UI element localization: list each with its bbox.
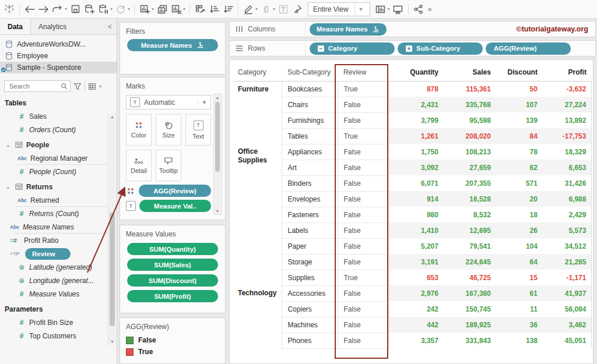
subcategory-cell[interactable]: Accessories bbox=[282, 285, 338, 301]
value-cell[interactable]: 914 bbox=[389, 191, 444, 207]
marks-button-size[interactable]: Size bbox=[156, 114, 181, 146]
field-group[interactable]: ⌄Returns bbox=[0, 180, 117, 193]
review-cell[interactable]: False bbox=[338, 317, 389, 333]
value-cell[interactable]: 31,426 bbox=[543, 175, 592, 191]
subcategory-cell[interactable]: Art bbox=[282, 160, 338, 175]
review-cell[interactable]: False bbox=[338, 222, 389, 238]
share-icon[interactable] bbox=[412, 2, 426, 17]
new-worksheet-icon[interactable] bbox=[138, 2, 152, 17]
value-cell[interactable]: 20 bbox=[496, 191, 543, 207]
field-sales[interactable]: #Sales bbox=[0, 109, 117, 123]
field-latitude-generated-[interactable]: ⊕Latitude (generated) bbox=[0, 260, 117, 274]
review-cell[interactable]: False bbox=[338, 191, 389, 207]
value-cell[interactable]: 45,051 bbox=[543, 333, 592, 348]
paperclip-caret[interactable]: ▾ bbox=[273, 6, 275, 12]
measure-values-pill[interactable]: SUM(Profit) bbox=[127, 290, 218, 302]
column-header[interactable]: Review bbox=[338, 63, 389, 81]
datasource-item[interactable]: AdventureWorksDW... bbox=[0, 38, 117, 50]
value-cell[interactable]: 15 bbox=[496, 270, 543, 285]
text-label-icon[interactable] bbox=[276, 2, 290, 17]
value-cell[interactable]: 50 bbox=[496, 81, 543, 97]
value-cell[interactable]: 46,725 bbox=[444, 270, 496, 285]
column-header[interactable]: Quantity bbox=[389, 63, 444, 81]
value-cell[interactable]: 21,285 bbox=[543, 254, 592, 270]
review-cell[interactable]: False bbox=[338, 333, 389, 348]
show-cards-caret[interactable]: ▾ bbox=[388, 6, 390, 12]
subcategory-cell[interactable]: Phones bbox=[282, 333, 338, 348]
value-cell[interactable]: 189,925 bbox=[444, 317, 496, 333]
review-cell[interactable]: False bbox=[338, 207, 389, 222]
value-cell[interactable]: 224,645 bbox=[444, 254, 496, 270]
value-cell[interactable]: 27,224 bbox=[543, 97, 592, 112]
value-cell[interactable]: 5,573 bbox=[543, 222, 592, 238]
value-cell[interactable]: 13,892 bbox=[543, 112, 592, 128]
value-cell[interactable]: 207,355 bbox=[444, 175, 496, 191]
collapse-pane-icon[interactable]: < bbox=[103, 19, 117, 34]
value-cell[interactable]: 18 bbox=[496, 207, 543, 222]
clear-sheet-caret[interactable]: ▾ bbox=[183, 6, 185, 12]
category-cell[interactable]: Office Supplies bbox=[233, 144, 282, 285]
review-cell[interactable]: False bbox=[338, 160, 389, 175]
value-cell[interactable]: 167,380 bbox=[444, 285, 496, 301]
field-profit-ratio[interactable]: =#Profit Ratio bbox=[0, 234, 117, 247]
marks-button-tooltip[interactable]: Tooltip bbox=[156, 150, 181, 181]
value-cell[interactable]: 26 bbox=[496, 222, 543, 238]
redo-icon[interactable] bbox=[51, 2, 65, 17]
marks-pill[interactable]: AGG(Review) bbox=[139, 185, 211, 197]
subcategory-cell[interactable]: Machines bbox=[282, 317, 338, 333]
value-cell[interactable]: 3,357 bbox=[389, 333, 444, 348]
review-cell[interactable]: False bbox=[338, 112, 389, 128]
field-group[interactable]: ⌄People bbox=[0, 138, 117, 151]
measure-values-pill[interactable]: SUM(Sales) bbox=[127, 259, 218, 271]
value-cell[interactable]: 3,191 bbox=[389, 254, 444, 270]
value-cell[interactable]: 107 bbox=[496, 97, 543, 112]
fit-selector[interactable]: Entire View▼ bbox=[308, 2, 370, 16]
field-regional-manager[interactable]: AbcRegional Manager bbox=[0, 151, 117, 165]
review-cell[interactable]: True bbox=[338, 270, 389, 285]
expand-icon[interactable]: + bbox=[406, 45, 412, 52]
highlight-caret[interactable]: ▾ bbox=[255, 6, 258, 12]
sort-descending-icon[interactable] bbox=[221, 2, 235, 17]
review-cell[interactable]: False bbox=[338, 175, 389, 191]
field-people-count-[interactable]: #People (Count) bbox=[0, 165, 117, 178]
subcategory-cell[interactable]: Envelopes bbox=[282, 191, 338, 207]
value-cell[interactable]: -1,171 bbox=[543, 270, 592, 285]
subcategory-cell[interactable]: Bookcases bbox=[282, 81, 338, 97]
columns-shelf-pill[interactable]: Measure Names bbox=[310, 23, 387, 36]
datasource-item[interactable]: Sample - Superstore bbox=[0, 62, 117, 73]
chevron-down-icon[interactable]: ⌄ bbox=[6, 184, 12, 190]
field-orders-count-[interactable]: #Orders (Count) bbox=[0, 123, 117, 136]
tab-data[interactable]: Data bbox=[0, 19, 31, 34]
field-measure-names[interactable]: AbcMeasure Names bbox=[0, 220, 117, 234]
field-measure-values[interactable]: #Measure Values bbox=[0, 287, 117, 301]
value-cell[interactable]: 6,653 bbox=[543, 160, 592, 175]
subcategory-cell[interactable]: Storage bbox=[282, 254, 338, 270]
value-cell[interactable]: 6,071 bbox=[389, 175, 444, 191]
value-cell[interactable]: 64 bbox=[496, 254, 543, 270]
legend-item[interactable]: True bbox=[120, 346, 225, 358]
scroll-up-icon[interactable]: ▲ bbox=[108, 114, 116, 121]
value-cell[interactable]: 95,598 bbox=[444, 112, 496, 128]
back-icon[interactable] bbox=[23, 2, 37, 17]
forward-icon[interactable] bbox=[37, 2, 51, 17]
value-cell[interactable]: 878 bbox=[389, 81, 444, 97]
value-cell[interactable]: 3,092 bbox=[389, 160, 444, 175]
value-cell[interactable]: 79,541 bbox=[444, 238, 496, 254]
subcategory-cell[interactable]: Fasteners bbox=[282, 207, 338, 222]
value-cell[interactable]: 36 bbox=[496, 317, 543, 333]
toolbar-overflow[interactable]: » bbox=[428, 5, 432, 13]
rows-shelf-pill[interactable]: +Sub-Category bbox=[398, 43, 483, 55]
pause-datasource-icon[interactable] bbox=[96, 2, 110, 17]
value-cell[interactable]: 5,207 bbox=[389, 238, 444, 254]
column-header[interactable]: Sub-Category bbox=[282, 63, 338, 81]
field-returned[interactable]: AbcReturned bbox=[0, 193, 117, 207]
mark-type-dropdown[interactable]: T Automatic ▼ bbox=[126, 95, 211, 109]
datasource-item[interactable]: Employee bbox=[0, 50, 117, 62]
subcategory-cell[interactable]: Copiers bbox=[282, 301, 338, 317]
show-cards-icon[interactable] bbox=[374, 2, 388, 17]
clear-sheet-icon[interactable] bbox=[169, 2, 183, 17]
review-cell[interactable]: False bbox=[338, 301, 389, 317]
value-cell[interactable]: 12,695 bbox=[444, 222, 496, 238]
sort-ascending-icon[interactable] bbox=[207, 2, 221, 17]
value-cell[interactable]: 62 bbox=[496, 160, 543, 175]
